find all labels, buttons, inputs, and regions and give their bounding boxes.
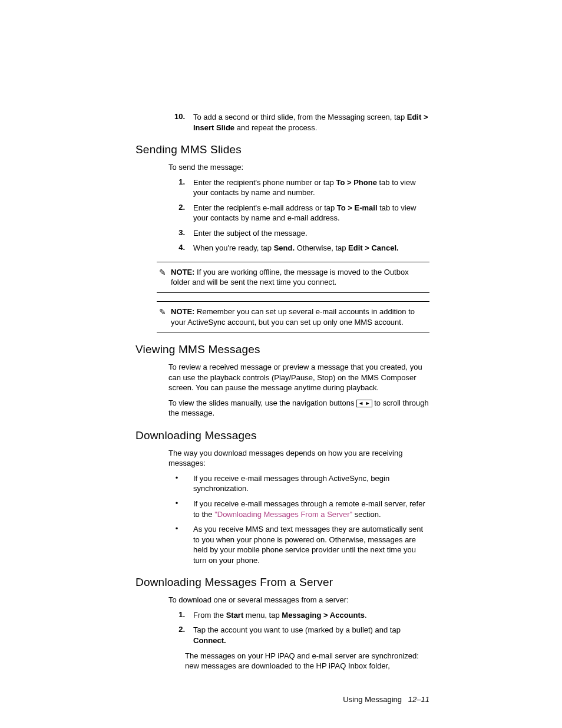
step-number: 1. bbox=[168, 177, 193, 198]
step-text: From the Start menu, tap Messaging > Acc… bbox=[193, 610, 429, 621]
note-icon: ✎ bbox=[157, 267, 171, 288]
text-fragment: . bbox=[365, 611, 367, 620]
paragraph: To review a received message or preview … bbox=[168, 362, 429, 393]
step-text: Enter the recipient's phone number or ta… bbox=[193, 177, 429, 198]
bullet-text: If you receive e-mail messages through A… bbox=[193, 473, 429, 494]
step-row: 1. Enter the recipient's phone number or… bbox=[168, 177, 429, 198]
text-fragment: Tap the account you want to use (marked … bbox=[193, 625, 401, 634]
text-fragment: section. bbox=[352, 510, 381, 519]
bold-fragment: To > Phone bbox=[336, 178, 376, 187]
step-number: 2. bbox=[168, 203, 193, 223]
text-fragment: To add a second or third slide, from the… bbox=[193, 113, 407, 121]
step-row: 4. When you're ready, tap Send. Otherwis… bbox=[168, 243, 429, 253]
step-row: 1. From the Start menu, tap Messaging > … bbox=[168, 610, 429, 621]
step-number: 3. bbox=[168, 228, 193, 239]
text-fragment: If you are working offline, the message … bbox=[171, 268, 409, 287]
intro-text: To download one or several messages from… bbox=[168, 595, 429, 605]
step-number: 10. bbox=[168, 112, 193, 133]
text-fragment: and repeat the process. bbox=[234, 123, 317, 132]
link-text[interactable]: "Downloading Messages From a Server" bbox=[214, 510, 352, 519]
note-block: ✎ NOTE: If you are working offline, the … bbox=[157, 262, 429, 293]
bullet-icon: • bbox=[168, 473, 193, 494]
text-fragment: From the bbox=[193, 611, 226, 620]
text-fragment: menu, tap bbox=[243, 611, 282, 620]
note-text: NOTE: If you are working offline, the me… bbox=[171, 267, 429, 288]
nav-left-icon: ◄ bbox=[358, 400, 363, 406]
page-body: 10. To add a second or third slide, from… bbox=[0, 0, 562, 728]
text-fragment: Enter the recipient's phone number or ta… bbox=[193, 178, 336, 187]
bold-fragment: Send. bbox=[274, 243, 295, 252]
nav-right-icon: ► bbox=[365, 400, 371, 406]
bold-fragment: To > E-mail bbox=[337, 203, 378, 212]
bold-fragment: NOTE: bbox=[171, 307, 194, 316]
text-fragment: To view the slides manually, use the nav… bbox=[168, 398, 356, 407]
note-icon: ✎ bbox=[157, 307, 171, 327]
text-fragment: Otherwise, tap bbox=[295, 243, 348, 252]
step-text: Tap the account you want to use (marked … bbox=[193, 625, 429, 645]
heading-sending-mms-slides: Sending MMS Slides bbox=[135, 143, 429, 156]
intro-text: To send the message: bbox=[168, 162, 429, 173]
bullet-icon: • bbox=[168, 524, 193, 565]
bullet-row: • As you receive MMS and text messages t… bbox=[168, 524, 429, 565]
note-text: NOTE: Remember you can set up several e-… bbox=[171, 307, 429, 327]
bullet-icon: • bbox=[168, 499, 193, 519]
footer-page-number: 12–11 bbox=[408, 695, 429, 704]
note-block: ✎ NOTE: Remember you can set up several … bbox=[157, 301, 429, 332]
text-fragment: Enter the subject of the message. bbox=[193, 229, 308, 238]
step-row: 3. Enter the subject of the message. bbox=[168, 228, 429, 239]
bullet-text: As you receive MMS and text messages the… bbox=[193, 524, 429, 565]
bold-fragment: Messaging > Accounts bbox=[282, 611, 365, 620]
bold-fragment: Connect. bbox=[193, 636, 226, 645]
step-text: To add a second or third slide, from the… bbox=[193, 112, 429, 133]
bold-fragment: Start bbox=[226, 611, 244, 620]
step-number: 1. bbox=[168, 610, 193, 621]
heading-viewing-mms-messages: Viewing MMS Messages bbox=[135, 343, 429, 356]
step-row: 2. Enter the recipient's e-mail address … bbox=[168, 203, 429, 223]
intro-text: The way you download messages depends on… bbox=[168, 448, 429, 469]
step-row: 2. Tap the account you want to use (mark… bbox=[168, 625, 429, 645]
step-text: Enter the subject of the message. bbox=[193, 228, 429, 239]
bullet-text: If you receive e-mail messages through a… bbox=[193, 499, 429, 519]
continuation-text: The messages on your HP iPAQ and e-mail … bbox=[185, 651, 429, 671]
bold-fragment: NOTE: bbox=[171, 268, 194, 276]
bullet-row: • If you receive e-mail messages through… bbox=[168, 499, 429, 519]
step-number: 2. bbox=[168, 625, 193, 645]
step-number: 4. bbox=[168, 243, 193, 253]
text-fragment: Remember you can set up several e-mail a… bbox=[171, 307, 415, 327]
nav-buttons-icon: ◄ ► bbox=[356, 400, 372, 407]
paragraph: To view the slides manually, use the nav… bbox=[168, 398, 429, 419]
heading-downloading-from-server: Downloading Messages From a Server bbox=[135, 576, 429, 589]
text-fragment: When you're ready, tap bbox=[193, 243, 274, 252]
bold-fragment: Edit > Cancel. bbox=[348, 243, 399, 252]
text-fragment: Enter the recipient's e-mail address or … bbox=[193, 203, 337, 212]
footer-section: Using Messaging bbox=[343, 695, 402, 704]
bullet-row: • If you receive e-mail messages through… bbox=[168, 473, 429, 494]
step-row: 10. To add a second or third slide, from… bbox=[168, 112, 429, 133]
page-footer: Using Messaging 12–11 bbox=[135, 695, 429, 704]
step-text: When you're ready, tap Send. Otherwise, … bbox=[193, 243, 429, 253]
heading-downloading-messages: Downloading Messages bbox=[135, 429, 429, 442]
step-text: Enter the recipient's e-mail address or … bbox=[193, 203, 429, 223]
